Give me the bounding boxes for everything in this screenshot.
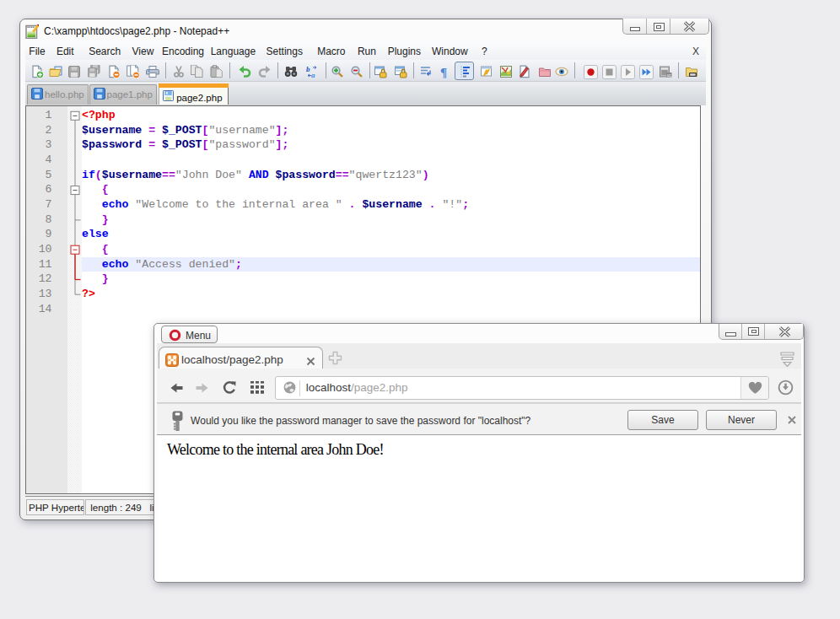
svg-text:a: a <box>311 71 315 78</box>
svg-text:b: b <box>306 65 310 73</box>
svg-text:uc: uc <box>667 73 672 78</box>
svg-text:¶: ¶ <box>440 66 447 79</box>
